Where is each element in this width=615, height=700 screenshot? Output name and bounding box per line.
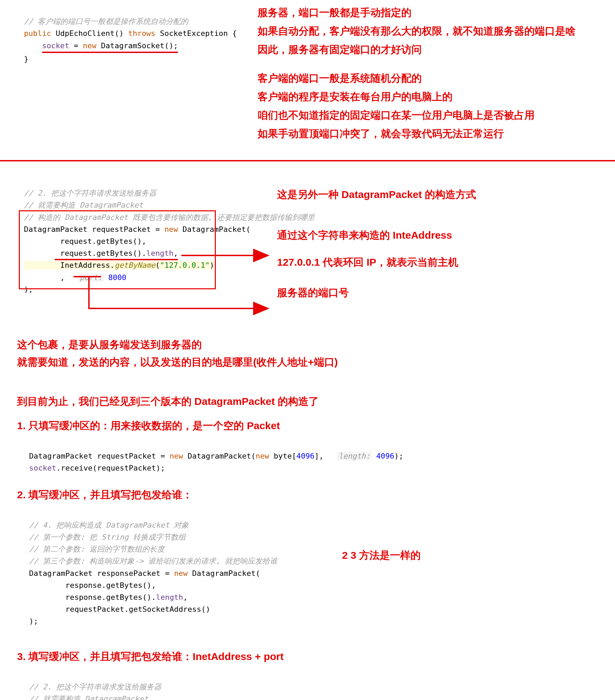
- v3-title: 3. 填写缓冲区，并且填写把包发给谁：InetAddress + port: [0, 643, 615, 667]
- v2-title: 2. 填写缓冲区，并且填写把包发给谁：: [0, 478, 615, 505]
- divider: [0, 160, 615, 161]
- v1-title: 1. 只填写缓冲区的：用来接收数据的，是一个空的 Packet: [0, 415, 615, 436]
- v3-code: // 2. 把这个字符串请求发送给服务器 // 就需要构造 DatagramPa…: [0, 667, 615, 700]
- v2-code: // 4. 把响应构造成 DatagramPacket 对象 // 第一个参数:…: [0, 505, 615, 643]
- top-notes: 服务器，端口一般都是手动指定的 如果自动分配，客户端没有那么大的权限，就不知道服…: [258, 3, 576, 143]
- underline-port: [74, 276, 101, 277]
- underline-inetaddress: [55, 259, 178, 260]
- v1-code: DatagramPacket requestPacket = new Datag…: [0, 436, 615, 478]
- red-box: [19, 210, 216, 289]
- mid-notes: 这是另外一种 DatagramPacket 的构造方式 通过这个字符串来构造的 …: [277, 185, 476, 302]
- v2-note: 2 3 方法是一样的: [342, 546, 421, 565]
- top-code-block: // 客户端的端口号一般都是操作系统自动分配的 public UdpEchoCl…: [24, 3, 237, 77]
- mid-below-notes: 这个包裹，是要从服务端发送到服务器的 就需要知道，发送的内容，以及发送的目的地是…: [0, 326, 615, 374]
- versions-header: 到目前为止，我们已经见到三个版本的 DatagramPacket 的构造了: [0, 374, 615, 415]
